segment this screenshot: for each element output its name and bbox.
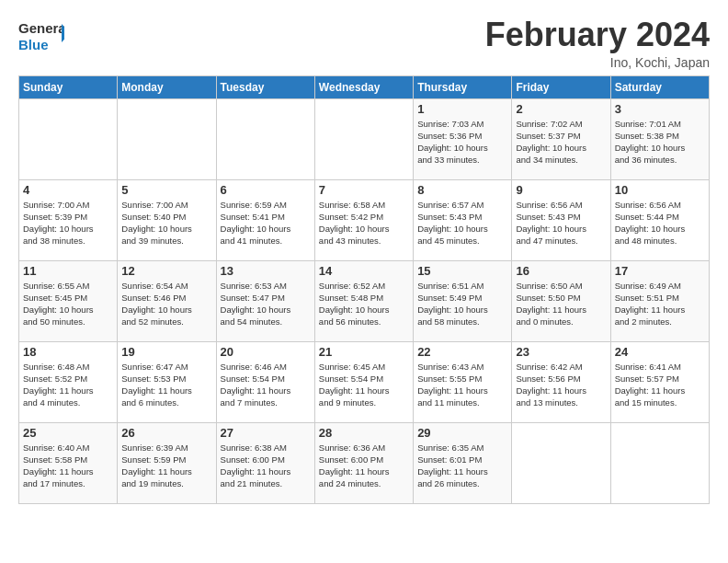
- day-number: 20: [221, 345, 311, 359]
- day-info: Sunrise: 6:57 AM Sunset: 5:43 PM Dayligh…: [417, 199, 507, 247]
- day-number: 4: [23, 183, 113, 197]
- calendar-table: Sunday Monday Tuesday Wednesday Thursday…: [18, 75, 710, 504]
- day-info: Sunrise: 6:41 AM Sunset: 5:57 PM Dayligh…: [615, 361, 705, 409]
- day-info: Sunrise: 7:01 AM Sunset: 5:38 PM Dayligh…: [615, 118, 705, 167]
- day-number: 14: [319, 264, 409, 278]
- day-number: 5: [121, 183, 211, 197]
- cell-w5-d1: 26Sunrise: 6:39 AM Sunset: 5:59 PM Dayli…: [118, 422, 216, 503]
- cell-w1-d1: [118, 98, 216, 179]
- cell-w1-d6: 3Sunrise: 7:01 AM Sunset: 5:38 PM Daylig…: [610, 98, 709, 179]
- day-number: 21: [319, 345, 409, 359]
- day-number: 3: [615, 102, 705, 116]
- week-row-1: 1Sunrise: 7:03 AM Sunset: 5:36 PM Daylig…: [19, 98, 710, 179]
- day-number: 13: [221, 264, 311, 278]
- cell-w5-d0: 25Sunrise: 6:40 AM Sunset: 5:58 PM Dayli…: [19, 422, 118, 503]
- svg-text:General: General: [18, 20, 64, 36]
- header-tuesday: Tuesday: [216, 75, 314, 98]
- week-row-4: 18Sunrise: 6:48 AM Sunset: 5:52 PM Dayli…: [19, 341, 710, 422]
- day-info: Sunrise: 6:51 AM Sunset: 5:49 PM Dayligh…: [417, 280, 507, 328]
- cell-w2-d3: 7Sunrise: 6:58 AM Sunset: 5:42 PM Daylig…: [314, 179, 413, 260]
- week-row-3: 11Sunrise: 6:55 AM Sunset: 5:45 PM Dayli…: [19, 260, 710, 341]
- day-number: 19: [121, 345, 211, 359]
- calendar-subtitle: Ino, Kochi, Japan: [485, 55, 710, 70]
- cell-w3-d3: 14Sunrise: 6:52 AM Sunset: 5:48 PM Dayli…: [314, 260, 413, 341]
- header-wednesday: Wednesday: [314, 75, 413, 98]
- day-info: Sunrise: 7:00 AM Sunset: 5:39 PM Dayligh…: [23, 199, 113, 247]
- cell-w2-d5: 9Sunrise: 6:56 AM Sunset: 5:43 PM Daylig…: [512, 179, 610, 260]
- day-number: 1: [417, 102, 507, 116]
- day-info: Sunrise: 6:56 AM Sunset: 5:43 PM Dayligh…: [516, 199, 606, 247]
- day-number: 24: [615, 345, 705, 359]
- cell-w3-d5: 16Sunrise: 6:50 AM Sunset: 5:50 PM Dayli…: [512, 260, 610, 341]
- svg-marker-2: [62, 24, 64, 42]
- day-info: Sunrise: 6:43 AM Sunset: 5:55 PM Dayligh…: [417, 361, 507, 409]
- cell-w2-d1: 5Sunrise: 7:00 AM Sunset: 5:40 PM Daylig…: [118, 179, 216, 260]
- week-row-2: 4Sunrise: 7:00 AM Sunset: 5:39 PM Daylig…: [19, 179, 710, 260]
- cell-w4-d3: 21Sunrise: 6:45 AM Sunset: 5:54 PM Dayli…: [314, 341, 413, 422]
- day-number: 29: [417, 426, 507, 440]
- cell-w1-d2: [216, 98, 314, 179]
- header: General Blue February 2024 Ino, Kochi, J…: [18, 17, 710, 70]
- day-number: 8: [417, 183, 507, 197]
- cell-w2-d6: 10Sunrise: 6:56 AM Sunset: 5:44 PM Dayli…: [610, 179, 709, 260]
- cell-w3-d1: 12Sunrise: 6:54 AM Sunset: 5:46 PM Dayli…: [118, 260, 216, 341]
- day-number: 26: [121, 426, 211, 440]
- day-info: Sunrise: 6:35 AM Sunset: 6:01 PM Dayligh…: [417, 442, 507, 490]
- cell-w3-d6: 17Sunrise: 6:49 AM Sunset: 5:51 PM Dayli…: [610, 260, 709, 341]
- day-info: Sunrise: 6:59 AM Sunset: 5:41 PM Dayligh…: [221, 199, 311, 247]
- day-number: 10: [615, 183, 705, 197]
- cell-w4-d0: 18Sunrise: 6:48 AM Sunset: 5:52 PM Dayli…: [19, 341, 118, 422]
- cell-w1-d0: [19, 98, 118, 179]
- day-info: Sunrise: 7:02 AM Sunset: 5:37 PM Dayligh…: [516, 118, 606, 167]
- day-info: Sunrise: 6:56 AM Sunset: 5:44 PM Dayligh…: [615, 199, 705, 247]
- logo-svg: General Blue: [18, 17, 64, 55]
- header-saturday: Saturday: [610, 75, 709, 98]
- day-number: 6: [221, 183, 311, 197]
- day-info: Sunrise: 6:42 AM Sunset: 5:56 PM Dayligh…: [516, 361, 606, 409]
- day-info: Sunrise: 6:50 AM Sunset: 5:50 PM Dayligh…: [516, 280, 606, 328]
- header-monday: Monday: [118, 75, 216, 98]
- day-info: Sunrise: 6:39 AM Sunset: 5:59 PM Dayligh…: [121, 442, 211, 490]
- day-info: Sunrise: 6:47 AM Sunset: 5:53 PM Dayligh…: [121, 361, 211, 409]
- header-thursday: Thursday: [414, 75, 512, 98]
- logo: General Blue: [18, 17, 64, 55]
- svg-text:Blue: Blue: [18, 37, 49, 52]
- day-info: Sunrise: 6:36 AM Sunset: 6:00 PM Dayligh…: [319, 442, 409, 490]
- day-number: 9: [516, 183, 606, 197]
- day-number: 25: [23, 426, 113, 440]
- cell-w5-d4: 29Sunrise: 6:35 AM Sunset: 6:01 PM Dayli…: [414, 422, 512, 503]
- cell-w3-d0: 11Sunrise: 6:55 AM Sunset: 5:45 PM Dayli…: [19, 260, 118, 341]
- day-number: 12: [121, 264, 211, 278]
- day-number: 22: [417, 345, 507, 359]
- day-info: Sunrise: 6:49 AM Sunset: 5:51 PM Dayligh…: [615, 280, 705, 328]
- cell-w1-d5: 2Sunrise: 7:02 AM Sunset: 5:37 PM Daylig…: [512, 98, 610, 179]
- cell-w4-d5: 23Sunrise: 6:42 AM Sunset: 5:56 PM Dayli…: [512, 341, 610, 422]
- cell-w1-d4: 1Sunrise: 7:03 AM Sunset: 5:36 PM Daylig…: [414, 98, 512, 179]
- cell-w2-d4: 8Sunrise: 6:57 AM Sunset: 5:43 PM Daylig…: [414, 179, 512, 260]
- page: General Blue February 2024 Ino, Kochi, J…: [0, 0, 728, 513]
- cell-w5-d2: 27Sunrise: 6:38 AM Sunset: 6:00 PM Dayli…: [216, 422, 314, 503]
- day-info: Sunrise: 7:03 AM Sunset: 5:36 PM Dayligh…: [417, 118, 507, 167]
- day-info: Sunrise: 6:58 AM Sunset: 5:42 PM Dayligh…: [319, 199, 409, 247]
- cell-w1-d3: [314, 98, 413, 179]
- day-number: 17: [615, 264, 705, 278]
- day-number: 7: [319, 183, 409, 197]
- day-number: 23: [516, 345, 606, 359]
- day-info: Sunrise: 6:46 AM Sunset: 5:54 PM Dayligh…: [221, 361, 311, 409]
- day-info: Sunrise: 6:45 AM Sunset: 5:54 PM Dayligh…: [319, 361, 409, 409]
- cell-w4-d4: 22Sunrise: 6:43 AM Sunset: 5:55 PM Dayli…: [414, 341, 512, 422]
- calendar-title: February 2024: [485, 17, 710, 53]
- cell-w4-d2: 20Sunrise: 6:46 AM Sunset: 5:54 PM Dayli…: [216, 341, 314, 422]
- title-block: February 2024 Ino, Kochi, Japan: [485, 17, 710, 70]
- day-info: Sunrise: 6:52 AM Sunset: 5:48 PM Dayligh…: [319, 280, 409, 328]
- cell-w5-d6: [610, 422, 709, 503]
- cell-w3-d4: 15Sunrise: 6:51 AM Sunset: 5:49 PM Dayli…: [414, 260, 512, 341]
- day-info: Sunrise: 6:38 AM Sunset: 6:00 PM Dayligh…: [221, 442, 311, 490]
- day-number: 15: [417, 264, 507, 278]
- header-friday: Friday: [512, 75, 610, 98]
- day-info: Sunrise: 6:55 AM Sunset: 5:45 PM Dayligh…: [23, 280, 113, 328]
- day-number: 16: [516, 264, 606, 278]
- header-sunday: Sunday: [19, 75, 118, 98]
- calendar-header: Sunday Monday Tuesday Wednesday Thursday…: [19, 75, 710, 98]
- day-number: 2: [516, 102, 606, 116]
